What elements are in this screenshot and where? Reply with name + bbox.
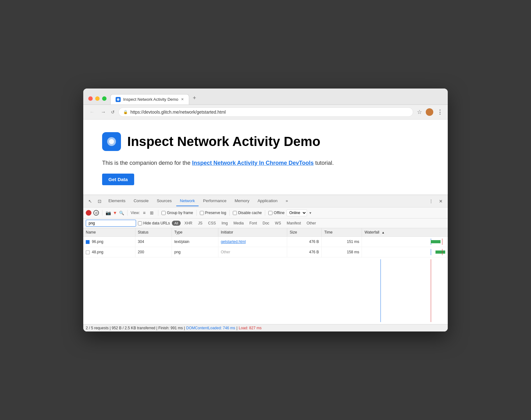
disable-cache-label[interactable]: Disable cache (233, 211, 262, 215)
filter-button[interactable]: ▼ (113, 210, 117, 215)
offline-checkbox[interactable] (268, 211, 272, 215)
back-button[interactable]: ← (88, 108, 96, 116)
col-size[interactable]: Size (287, 228, 322, 237)
filter-all-chip[interactable]: All (172, 221, 181, 226)
maximize-button[interactable] (102, 96, 107, 101)
col-time[interactable]: Time (322, 228, 362, 237)
preserve-log-checkbox[interactable] (200, 211, 204, 215)
menu-icon[interactable]: ⋮ (437, 109, 443, 116)
col-type[interactable]: Type (172, 228, 218, 237)
page-favicon (102, 132, 121, 151)
list-view-button[interactable]: ≡ (142, 210, 147, 216)
disable-cache-checkbox[interactable] (233, 211, 237, 215)
devtools-panel: ↖ ⊡ Elements Console Sources Network Per… (83, 195, 448, 331)
reload-button[interactable]: ↺ (111, 110, 115, 115)
col-waterfall[interactable]: Waterfall ▲ (362, 228, 448, 237)
file-icon-blue (86, 240, 90, 244)
tab-close-icon[interactable]: ✕ (181, 97, 184, 101)
devtools-more-button[interactable]: ⋮ (426, 197, 436, 206)
star-icon[interactable]: ☆ (417, 109, 422, 116)
col-name[interactable]: Name (83, 228, 135, 237)
device-tool-button[interactable]: ⊡ (95, 197, 104, 206)
close-button[interactable] (88, 96, 93, 101)
active-tab[interactable]: Inspect Network Activity Demo ✕ (110, 94, 189, 105)
tab-console[interactable]: Console (130, 196, 152, 206)
filter-ws-button[interactable]: WS (273, 220, 283, 226)
tab-more[interactable]: » (282, 196, 292, 206)
cell-name-1: 96.png (83, 237, 135, 247)
filter-font-button[interactable]: Font (248, 220, 259, 226)
search-button[interactable]: 🔍 (119, 211, 124, 215)
hide-data-urls-text: Hide data URLs (143, 221, 170, 225)
svg-point-0 (117, 98, 119, 101)
devtools-status-bar: 2 / 5 requests | 952 B / 2.5 KB transfer… (83, 324, 448, 331)
toolbar-separator-3 (158, 210, 158, 216)
tab-elements[interactable]: Elements (105, 196, 129, 206)
minimize-button[interactable] (95, 96, 100, 101)
tab-network[interactable]: Network (176, 196, 199, 206)
group-by-frame-label[interactable]: Group by frame (161, 211, 193, 215)
url-bar[interactable]: 🔒 https://devtools.glitch.me/network/get… (118, 107, 413, 117)
description-after: tutorial. (314, 160, 334, 166)
tab-favicon (116, 97, 121, 102)
filter-img-button[interactable]: Img (220, 220, 230, 226)
stop-icon: ⊘ (95, 211, 98, 215)
get-data-button[interactable]: Get Data (102, 174, 134, 185)
filter-media-button[interactable]: Media (232, 220, 246, 226)
network-table: Name Status Type Initiator Size Time Wat… (83, 228, 448, 324)
cell-initiator-2: Other (218, 247, 287, 257)
cell-name-2: 48.png (83, 247, 135, 257)
tab-memory[interactable]: Memory (231, 196, 253, 206)
offline-text: Offline (274, 211, 284, 215)
page-header: Inspect Network Activity Demo (102, 132, 429, 151)
filter-js-button[interactable]: JS (196, 220, 204, 226)
record-button[interactable] (86, 210, 91, 216)
tab-performance[interactable]: Performance (199, 196, 230, 206)
tab-sources[interactable]: Sources (153, 196, 176, 206)
description-before: This is the companion demo for the (102, 160, 192, 166)
forward-button[interactable]: → (100, 108, 107, 116)
back-icon: ← (90, 109, 95, 115)
filename-1: 96.png (92, 240, 103, 244)
filter-xhr-button[interactable]: XHR (183, 220, 194, 226)
screenshot-button[interactable]: 📷 (106, 210, 111, 215)
devtools-close-button[interactable]: ✕ (436, 197, 445, 206)
filter-input[interactable] (86, 220, 136, 227)
cell-time-2: 158 ms (322, 247, 362, 257)
file-icon-white (86, 250, 90, 254)
filter-css-button[interactable]: CSS (206, 220, 218, 226)
col-initiator[interactable]: Initiator (218, 228, 287, 237)
toolbar-separator-2 (127, 210, 128, 216)
camera-icon: 📷 (106, 210, 111, 215)
tree-view-button[interactable]: ⊞ (149, 210, 155, 216)
initiator-link-1[interactable]: getstarted.html (221, 240, 246, 244)
preserve-log-label[interactable]: Preserve log (200, 211, 226, 215)
hide-data-urls-checkbox[interactable] (138, 221, 142, 225)
svg-point-2 (109, 139, 114, 144)
tab-application[interactable]: Application (254, 196, 282, 206)
filter-icon: ▼ (113, 210, 117, 215)
filter-manifest-button[interactable]: Manifest (285, 220, 303, 226)
new-tab-button[interactable]: + (189, 92, 200, 104)
toolbar-separator-6 (265, 210, 265, 216)
stop-button[interactable]: ⊘ (93, 210, 99, 216)
col-status[interactable]: Status (135, 228, 172, 237)
table-header-row: Name Status Type Initiator Size Time Wat… (83, 228, 448, 237)
hide-data-urls-label[interactable]: Hide data URLs (138, 221, 170, 225)
table-row[interactable]: 48.png 200 png Other 476 B 158 ms (83, 247, 448, 257)
throttle-select[interactable]: Online (287, 209, 307, 216)
device-icon: ⊡ (98, 199, 101, 204)
filter-other-button[interactable]: Other (305, 220, 318, 226)
cell-initiator-1: getstarted.html (218, 237, 287, 247)
table-row[interactable]: 96.png 304 text/plain getstarted.html 47… (83, 237, 448, 247)
throttle-dropdown-icon: ▼ (309, 211, 312, 215)
group-by-frame-checkbox[interactable] (161, 211, 166, 215)
offline-label[interactable]: Offline (268, 211, 284, 215)
forward-icon: → (101, 109, 106, 115)
sort-asc-icon: ▲ (382, 231, 385, 234)
view-label: View: (131, 211, 140, 215)
window-controls (88, 96, 107, 105)
cursor-tool-button[interactable]: ↖ (86, 197, 95, 206)
filter-doc-button[interactable]: Doc (261, 220, 271, 226)
devtools-link[interactable]: Inspect Network Activity In Chrome DevTo… (192, 160, 314, 166)
